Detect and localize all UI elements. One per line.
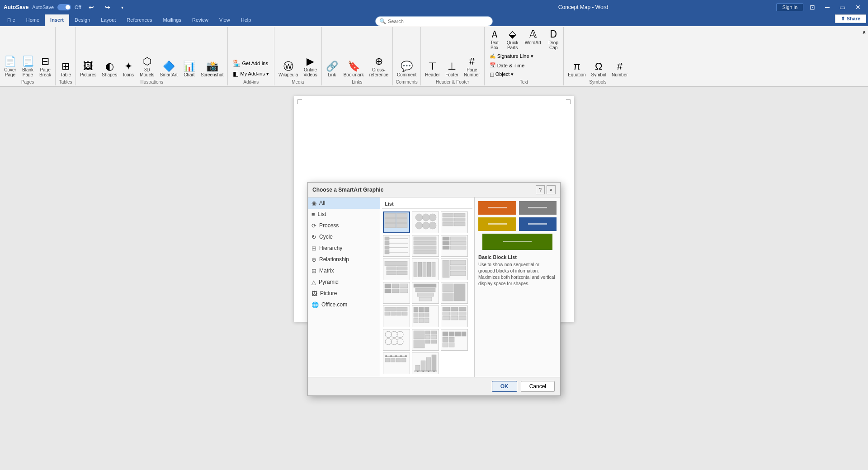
thumb-2[interactable] — [412, 212, 439, 233]
category-hierarchy[interactable]: ⊞ Hierarchy — [308, 243, 380, 254]
category-list[interactable]: ≡ List — [308, 209, 380, 220]
date-time-button[interactable]: 📅 Date & Time — [486, 61, 537, 70]
tab-home[interactable]: Home — [21, 14, 45, 26]
number-icon: # — [617, 61, 623, 71]
link-button[interactable]: 🔗 Link — [324, 60, 340, 79]
icons-button[interactable]: ✦ Icons — [120, 60, 137, 79]
addins-label: Add-ins — [230, 80, 272, 85]
category-relationship[interactable]: ⊕ Relationship — [308, 254, 380, 265]
get-addins-button[interactable]: 🏪 Get Add-ins — [230, 58, 272, 68]
thumb-20[interactable] — [412, 352, 439, 374]
dialog-close-button[interactable]: × — [547, 185, 556, 194]
category-pyramid[interactable]: △ Pyramid — [308, 277, 380, 288]
thumb-19[interactable] — [383, 352, 410, 374]
ribbon-collapse-button[interactable]: ∧ — [860, 27, 868, 37]
thumb-7[interactable] — [383, 258, 410, 280]
redo-button[interactable]: ↪ — [101, 3, 114, 12]
tab-view[interactable]: View — [214, 14, 236, 26]
thumb-basic-block-list[interactable] — [383, 212, 410, 233]
autosave-toggle[interactable] — [57, 4, 71, 10]
wikipedia-button[interactable]: Ⓦ Wikipedia — [276, 60, 300, 79]
object-button[interactable]: ◫ Object ▾ — [486, 70, 537, 79]
thumb-8[interactable] — [412, 258, 439, 280]
tab-design[interactable]: Design — [69, 14, 95, 26]
ribbon-display-button[interactable]: ⊡ — [806, 3, 819, 12]
sign-in-button[interactable]: Sign in — [776, 3, 803, 11]
thumb-3[interactable] — [441, 212, 468, 233]
thumb-13[interactable] — [383, 306, 410, 327]
textbox-button[interactable]: Ａ TextBox — [486, 28, 503, 52]
symbol-button[interactable]: Ω Symbol — [589, 60, 609, 79]
wordart-button[interactable]: 𝔸 WordArt — [523, 28, 544, 52]
undo-button[interactable]: ↩ — [85, 3, 98, 12]
category-office[interactable]: 🌐 Office.com — [308, 299, 380, 310]
page-break-button[interactable]: ⊟ PageBreak — [37, 55, 53, 79]
chart-button[interactable]: 📊 Chart — [181, 60, 198, 79]
tab-review[interactable]: Review — [187, 14, 214, 26]
footer-button[interactable]: ⊥ Footer — [443, 60, 461, 79]
cancel-button[interactable]: Cancel — [521, 381, 555, 392]
online-videos-button[interactable]: ▶ OnlineVideos — [301, 55, 319, 79]
pictures-icon: 🖼 — [83, 61, 93, 71]
category-cycle[interactable]: ↻ Cycle — [308, 231, 380, 243]
thumb-16[interactable] — [383, 329, 410, 351]
ribbon-group-media: Ⓦ Wikipedia ▶ OnlineVideos Media — [274, 27, 322, 85]
thumb-14[interactable] — [412, 306, 439, 327]
page-number-button[interactable]: # PageNumber — [462, 55, 482, 79]
svg-rect-0 — [385, 213, 396, 218]
thumb-10[interactable] — [383, 282, 410, 304]
tab-insert[interactable]: Insert — [45, 14, 69, 26]
header-button[interactable]: ⊤ Header — [423, 60, 442, 79]
customize-qat-button[interactable]: ▾ — [118, 4, 127, 11]
text-row1: Ａ TextBox ⬙ QuickParts 𝔸 WordArt Ꭰ DropC… — [486, 28, 562, 52]
comment-button[interactable]: 💬 Comment — [395, 60, 419, 79]
basic-block-list-svg — [384, 213, 409, 232]
tab-references[interactable]: References — [121, 14, 157, 26]
tab-file[interactable]: File — [2, 14, 21, 26]
3d-models-button[interactable]: ⬡ 3DModels — [137, 55, 156, 79]
thumb-17[interactable] — [412, 329, 439, 351]
bookmark-button[interactable]: 🔖 Bookmark — [341, 60, 366, 79]
pictures-button[interactable]: 🖼 Pictures — [78, 60, 99, 79]
cover-page-button[interactable]: 📄 CoverPage — [2, 55, 19, 79]
thumb-18[interactable] — [441, 329, 468, 351]
minimize-button[interactable]: ─ — [821, 3, 833, 12]
category-process[interactable]: ⟳ Process — [308, 220, 380, 231]
tab-help[interactable]: Help — [236, 14, 257, 26]
svg-rect-46 — [443, 260, 449, 277]
smartart-button[interactable]: 🔷 SmartArt — [157, 60, 179, 79]
page-break-icon: ⊟ — [41, 56, 49, 66]
signature-line-button[interactable]: ✍ Signature Line ▾ — [486, 52, 537, 61]
quick-parts-button[interactable]: ⬙ QuickParts — [505, 28, 521, 52]
screenshot-button[interactable]: 📸 Screenshot — [198, 60, 226, 79]
category-picture[interactable]: 🖼 Picture — [308, 288, 380, 299]
ok-button[interactable]: OK — [492, 381, 517, 392]
thumb-5[interactable] — [412, 235, 439, 257]
blank-page-button[interactable]: 📃 BlankPage — [19, 55, 36, 79]
close-button[interactable]: ✕ — [852, 3, 864, 12]
thumb-panel-title: List — [382, 199, 472, 209]
search-input[interactable] — [388, 19, 489, 24]
thumb-6[interactable] — [441, 235, 468, 257]
my-addins-button[interactable]: ◧ My Add-ins ▾ — [230, 69, 272, 79]
tab-mailings[interactable]: Mailings — [158, 14, 187, 26]
thumb-4[interactable] — [383, 235, 410, 257]
table-button[interactable]: ⊞ Table — [57, 60, 74, 79]
thumb-9[interactable] — [441, 258, 468, 280]
thumb-12[interactable] — [441, 282, 468, 304]
shapes-button[interactable]: ◐ Shapes — [99, 60, 119, 79]
thumb-11[interactable] — [412, 282, 439, 304]
share-button[interactable]: ⬆ Share — [835, 14, 866, 23]
thumb-15[interactable] — [441, 306, 468, 327]
category-all[interactable]: ◉ All — [308, 197, 380, 209]
drop-cap-button[interactable]: Ꭰ DropCap — [545, 28, 561, 52]
cross-reference-button[interactable]: ⊕ Cross-reference — [367, 55, 391, 79]
preview-visualization — [478, 201, 557, 250]
number-button[interactable]: # Number — [609, 60, 630, 79]
tab-layout[interactable]: Layout — [95, 14, 121, 26]
equation-button[interactable]: π Equation — [566, 60, 588, 79]
restore-button[interactable]: ▭ — [836, 3, 849, 12]
dialog-help-button[interactable]: ? — [536, 185, 545, 194]
category-matrix[interactable]: ⊞ Matrix — [308, 265, 380, 277]
svg-rect-47 — [450, 260, 466, 265]
